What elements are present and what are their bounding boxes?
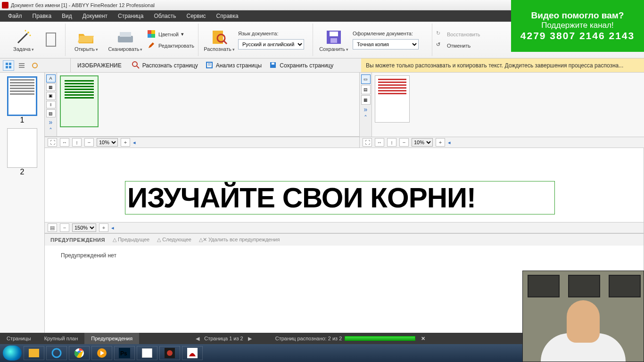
view-details-button[interactable]: [16, 60, 27, 71]
canvas-zoom-in[interactable]: +: [99, 223, 108, 232]
tab-pages[interactable]: Страницы: [0, 333, 38, 344]
fit-width-button[interactable]: ↔: [60, 138, 69, 147]
image-canvas[interactable]: ИЗУЧАЙТЕ СВОИ КОРНИ!: [45, 148, 644, 222]
analyze-page-button[interactable]: Анализ страницы: [202, 61, 266, 70]
prev-region-icon[interactable]: ◂: [133, 140, 136, 146]
caret-down-icon: ▾: [32, 47, 34, 52]
page-thumb-2[interactable]: [7, 128, 37, 168]
taskbar-recorder[interactable]: [159, 346, 180, 360]
chevron-right-icon[interactable]: »: [364, 106, 368, 113]
layout-label: Оформление документа:: [353, 31, 428, 36]
text-tool-3[interactable]: ▦: [361, 95, 371, 105]
chevron-up-icon[interactable]: ˄: [49, 127, 52, 134]
tool-text-area[interactable]: A: [46, 74, 56, 82]
image-zoom-select[interactable]: 10%: [97, 138, 118, 147]
prev-page-button[interactable]: ◀: [196, 336, 199, 342]
save-button[interactable]: Сохранить▾: [317, 28, 351, 52]
text-tool-2[interactable]: ▤: [361, 85, 371, 94]
view-thumbnails-button[interactable]: [3, 60, 14, 71]
recognize-page-button[interactable]: Распознать страницу: [128, 61, 202, 70]
zoom-out-button[interactable]: −: [84, 138, 94, 147]
tool-table-area[interactable]: ▦: [46, 83, 56, 91]
menu-document[interactable]: Документ: [78, 11, 112, 21]
taskbar-finereader[interactable]: [182, 346, 203, 360]
chevron-right-icon[interactable]: »: [49, 118, 53, 126]
svg-rect-3: [46, 33, 56, 46]
menu-view[interactable]: Вид: [58, 11, 76, 21]
svg-rect-20: [19, 63, 25, 64]
svg-rect-16: [6, 63, 8, 65]
text-zoom-in[interactable]: +: [436, 138, 445, 147]
layout-select[interactable]: Точная копия: [353, 39, 419, 49]
start-button[interactable]: [3, 346, 22, 361]
taskbar-chrome[interactable]: [69, 346, 90, 360]
tab-closeup[interactable]: Крупный план: [38, 333, 85, 344]
taskbar-ie[interactable]: [46, 346, 67, 360]
menu-region[interactable]: Область: [149, 11, 180, 21]
task-button[interactable]: Задача▾: [7, 28, 41, 52]
tool-background[interactable]: ▨: [46, 109, 56, 117]
open-button[interactable]: Открыть▾: [69, 28, 103, 52]
text-prev-icon[interactable]: ◂: [448, 140, 451, 146]
taskbar-photoshop[interactable]: Ps: [114, 346, 135, 360]
prev-warning-button[interactable]: △ Предыдущее: [113, 237, 149, 243]
canvas-zoom-select[interactable]: 150%: [72, 223, 96, 232]
text-fit-page[interactable]: ⛶: [363, 138, 372, 147]
next-page-button[interactable]: ▶: [248, 336, 252, 342]
language-select[interactable]: Русский и английский: [238, 39, 304, 49]
page-thumb-1[interactable]: [7, 76, 37, 116]
taskbar-app1[interactable]: [137, 346, 157, 360]
chevron-up-icon[interactable]: ˄: [364, 114, 367, 122]
recognized-region[interactable]: ИЗУЧАЙТЕ СВОИ КОРНИ!: [125, 181, 555, 214]
zoom-in-button[interactable]: +: [121, 138, 130, 147]
taskbar-explorer[interactable]: [24, 346, 44, 360]
analyze-icon: [206, 61, 214, 70]
tool-image-area[interactable]: ▣: [46, 92, 56, 100]
view-settings-button[interactable]: [29, 60, 41, 71]
save-page-button[interactable]: Сохранить страницу: [265, 61, 337, 70]
save-icon: [269, 61, 278, 70]
canvas-tool-icon[interactable]: ▤: [48, 223, 57, 232]
canvas-zoom-out[interactable]: −: [60, 223, 69, 232]
fit-height-button[interactable]: ↕: [72, 138, 82, 147]
wand-icon: [14, 28, 33, 46]
magnifier-page-icon: [210, 28, 229, 46]
text-fit-height[interactable]: ↕: [387, 138, 396, 147]
cancel-progress-button[interactable]: ✕: [421, 336, 425, 342]
text-preview[interactable]: [372, 73, 644, 137]
text-tools: ▭ ▤ ▦ » ˄: [360, 73, 372, 137]
text-zoom-out[interactable]: −: [399, 138, 409, 147]
canvas-prev-icon[interactable]: ◂: [111, 225, 114, 231]
progress-label: Страниц распознано: 2 из 2: [275, 336, 342, 341]
text-tool-1[interactable]: ▭: [361, 74, 371, 84]
tool-barcode-area[interactable]: ⦀: [46, 101, 56, 109]
recognize-button[interactable]: Распознать▾: [202, 28, 236, 52]
edit-button[interactable]: Редактировать: [148, 41, 194, 50]
svg-point-2: [30, 34, 31, 36]
svg-point-24: [132, 62, 137, 66]
svg-point-23: [33, 63, 37, 68]
menu-service[interactable]: Сервис: [182, 11, 210, 21]
fit-page-button[interactable]: ⛶: [48, 138, 57, 147]
menu-help[interactable]: Справка: [212, 11, 243, 21]
menu-edit[interactable]: Правка: [28, 11, 56, 21]
menu-page[interactable]: Страница: [114, 11, 148, 21]
text-fit-width[interactable]: ↔: [375, 138, 384, 147]
color-mode-button[interactable]: Цветной▾: [148, 30, 194, 39]
banner-line2: Поддержите канал!: [541, 21, 613, 30]
delete-warnings-button[interactable]: △✕ Удалить все предупреждения: [199, 237, 280, 243]
pencil-icon: [148, 41, 156, 50]
taskbar-media[interactable]: [91, 346, 112, 360]
next-warning-button[interactable]: △ Следующее: [157, 237, 191, 243]
svg-point-41: [167, 350, 173, 356]
undo-button[interactable]: ↺Отменить: [436, 41, 480, 50]
text-zoom-select[interactable]: 10%: [412, 138, 433, 147]
svg-rect-6: [148, 30, 151, 34]
banner-line1: Видео помогло вам?: [531, 10, 624, 21]
app-icon: [2, 2, 8, 8]
new-doc-button[interactable]: [42, 31, 61, 49]
scan-button[interactable]: Сканировать▾: [105, 28, 146, 52]
svg-point-0: [27, 32, 29, 33]
menu-file[interactable]: Файл: [4, 11, 26, 21]
tab-warnings[interactable]: Предупреждения: [84, 333, 139, 344]
